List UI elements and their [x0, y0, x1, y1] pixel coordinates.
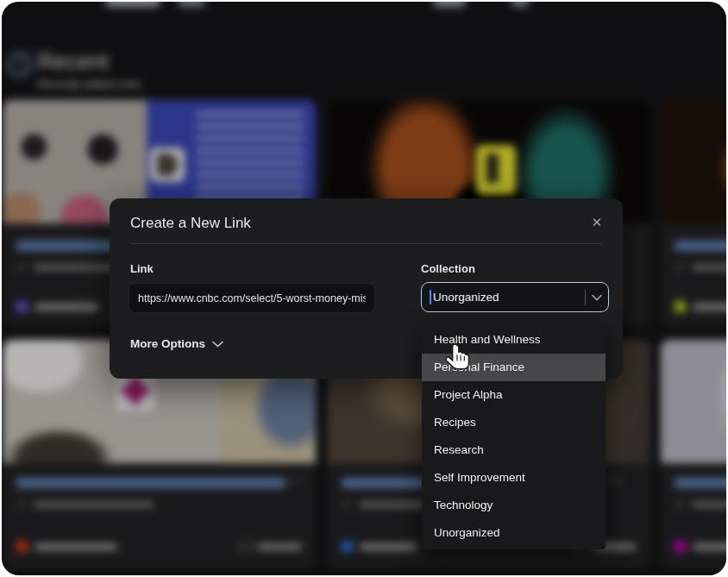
collection-select[interactable]: Unorganized [421, 282, 609, 312]
more-options-button[interactable]: More Options [130, 337, 223, 350]
menu-item-technology[interactable]: Technology [422, 492, 606, 519]
chevron-down-icon[interactable] [586, 294, 608, 301]
modal-divider [130, 243, 602, 244]
link-field-label: Link [130, 262, 154, 275]
app-frame: Recent Recently added Links [2, 2, 726, 575]
link-input[interactable] [129, 283, 375, 313]
menu-item-project-alpha[interactable]: Project Alpha [422, 381, 606, 409]
text-caret [430, 290, 431, 304]
modal-title: Create a New Link [130, 215, 251, 232]
collection-field-label: Collection [421, 262, 475, 275]
collection-select-value: Unorganized [433, 291, 585, 304]
menu-item-research[interactable]: Research [422, 436, 606, 464]
chevron-down-icon [212, 341, 223, 348]
cursor-icon [444, 342, 474, 379]
close-icon[interactable]: ✕ [587, 212, 607, 233]
more-options-label: More Options [130, 337, 205, 350]
app-window: Recent Recently added Links [0, 0, 728, 577]
menu-item-recipes[interactable]: Recipes [422, 409, 606, 436]
menu-item-self-improvement[interactable]: Self Improvement [422, 464, 606, 492]
menu-item-unorganized[interactable]: Unorganized [422, 519, 606, 547]
